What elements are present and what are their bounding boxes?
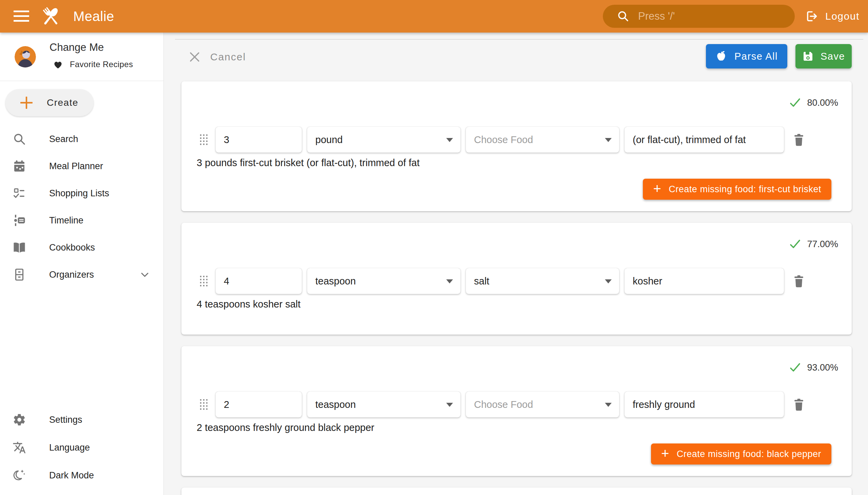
drag-handle-icon[interactable] (200, 134, 208, 146)
dropdown-arrow-icon (446, 138, 453, 142)
note-input[interactable] (633, 399, 776, 410)
quantity-input[interactable] (224, 134, 294, 146)
unit-value: pound (315, 134, 343, 146)
cancel-label: Cancel (210, 51, 246, 63)
kebab-menu-icon[interactable] (817, 397, 826, 412)
sidebar-item-label: Cookbooks (49, 242, 95, 253)
confidence-indicator: 93.00% (789, 361, 838, 374)
plus-icon: + (661, 446, 669, 461)
save-button[interactable]: Save (796, 44, 852, 68)
quantity-field[interactable] (216, 268, 302, 294)
parse-all-button[interactable]: Parse All (706, 44, 787, 68)
calendar-icon (13, 159, 26, 173)
ingredient-card: 93.00% teaspoon Choose Food (182, 346, 852, 476)
content-top-divider (175, 39, 863, 40)
timeline-icon (13, 214, 26, 227)
parse-all-label: Parse All (734, 51, 778, 62)
delete-icon[interactable] (793, 274, 805, 288)
sidebar-item-search[interactable]: Search (0, 125, 164, 153)
note-input[interactable] (633, 276, 776, 287)
sidebar-item-label: Organizers (49, 270, 94, 280)
delete-icon[interactable] (793, 398, 805, 411)
original-ingredient-text: 2 teaspoons freshly ground black pepper (197, 422, 374, 433)
save-label: Save (820, 51, 845, 62)
sidebar-item-shopping-lists[interactable]: Shopping Lists (0, 180, 164, 207)
dropdown-arrow-icon (605, 403, 612, 407)
translate-icon (13, 441, 26, 454)
sidebar-item-label: Meal Planner (49, 161, 103, 172)
create-missing-food-label: Create missing food: first-cut brisket (669, 184, 821, 194)
cabinet-icon (13, 268, 26, 281)
create-button[interactable]: Create (5, 89, 93, 116)
food-value: Choose Food (474, 134, 533, 146)
unit-value: teaspoon (315, 399, 356, 410)
food-select[interactable]: Choose Food (466, 392, 619, 417)
sidebar-item-label: Language (49, 442, 90, 453)
sidebar-item-cookbooks[interactable]: Cookbooks (0, 234, 164, 261)
ingredient-list: 80.00% pound Choose Food (182, 81, 852, 495)
drag-handle-icon[interactable] (200, 276, 208, 287)
quantity-field[interactable] (216, 127, 302, 153)
heart-icon (53, 60, 63, 69)
save-icon (802, 51, 814, 62)
create-missing-food-label: Create missing food: black pepper (677, 449, 821, 459)
drag-handle-icon[interactable] (200, 399, 208, 410)
confidence-percent: 77.00% (807, 239, 838, 250)
note-input[interactable] (633, 134, 776, 146)
sidebar-item-label: Dark Mode (49, 470, 94, 481)
cancel-button[interactable]: Cancel (188, 47, 246, 67)
sidebar-item-meal-planner[interactable]: Meal Planner (0, 153, 164, 180)
unit-select[interactable]: teaspoon (307, 392, 460, 417)
sidebar-item-timeline[interactable]: Timeline (0, 207, 164, 234)
dropdown-arrow-icon (605, 279, 612, 284)
ingredient-row: teaspoon Choose Food (182, 392, 852, 417)
unit-select[interactable]: teaspoon (307, 268, 460, 294)
check-icon (789, 361, 802, 374)
avatar[interactable] (15, 46, 36, 67)
check-icon (789, 96, 802, 109)
food-select[interactable]: Choose Food (466, 127, 619, 153)
confidence-indicator: 80.00% (789, 96, 838, 109)
apple-icon (715, 50, 728, 62)
logout-label: Logout (825, 11, 860, 22)
food-select[interactable]: salt (466, 268, 619, 294)
confidence-percent: 93.00% (807, 362, 838, 373)
delete-icon[interactable] (793, 133, 805, 147)
sidebar-item-label: Search (49, 134, 78, 144)
global-search[interactable] (603, 5, 795, 28)
search-icon (13, 132, 26, 146)
quantity-field[interactable] (216, 392, 302, 417)
logout-button[interactable]: Logout (805, 0, 860, 33)
quantity-input[interactable] (224, 399, 294, 410)
sidebar-item-language[interactable]: Language (0, 433, 164, 461)
create-missing-food-button[interactable]: + Create missing food: first-cut brisket (643, 179, 831, 200)
note-field[interactable] (625, 268, 784, 294)
plus-icon: + (653, 181, 661, 196)
ingredient-card-partial (182, 488, 852, 495)
chevron-down-icon (139, 269, 151, 280)
sidebar-divider (0, 81, 164, 81)
plus-icon (20, 96, 33, 109)
favorite-recipes-link[interactable]: Favorite Recipes (53, 60, 133, 69)
search-icon (617, 10, 629, 22)
dropdown-arrow-icon (446, 279, 453, 284)
sidebar-item-settings[interactable]: Settings (0, 406, 164, 433)
hamburger-menu-icon[interactable] (14, 11, 29, 22)
kebab-menu-icon[interactable] (817, 132, 826, 148)
create-missing-food-button[interactable]: + Create missing food: black pepper (651, 443, 831, 464)
moon-icon (13, 468, 26, 482)
sidebar: Change Me Favorite Recipes Create Search… (0, 33, 164, 495)
note-field[interactable] (625, 392, 784, 417)
book-icon (13, 241, 26, 254)
note-field[interactable] (625, 127, 784, 153)
sidebar-nav: Search Meal Planner Shopping Lists Timel… (0, 125, 164, 288)
sidebar-item-dark-mode[interactable]: Dark Mode (0, 461, 164, 489)
quantity-input[interactable] (224, 276, 294, 287)
sidebar-item-label: Timeline (49, 215, 83, 226)
unit-select[interactable]: pound (307, 127, 460, 153)
check-icon (789, 238, 802, 251)
kebab-menu-icon[interactable] (817, 273, 826, 289)
ingredient-row: pound Choose Food (182, 127, 852, 153)
sidebar-item-organizers[interactable]: Organizers (0, 261, 164, 288)
search-input[interactable] (638, 10, 781, 22)
